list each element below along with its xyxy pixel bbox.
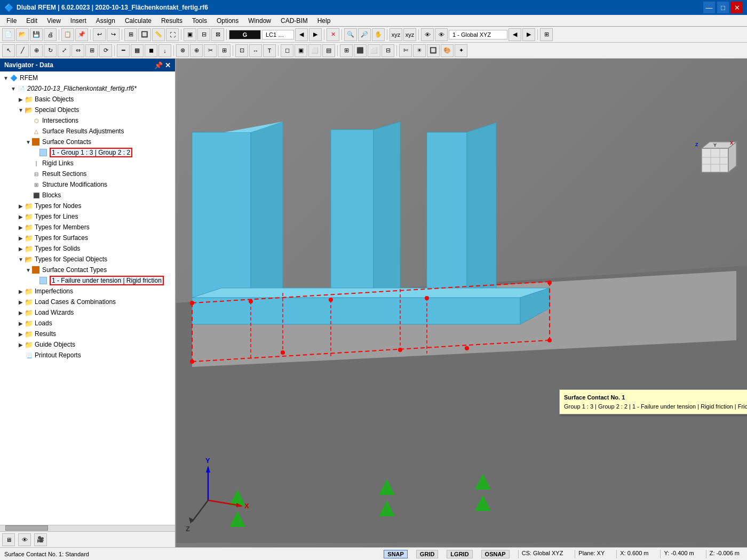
tb2-mirror[interactable]: ⇔ (71, 44, 84, 57)
maximize-button[interactable]: □ (717, 2, 729, 13)
tb-open[interactable]: 📂 (16, 28, 29, 41)
tb2-pointer[interactable]: ↖ (2, 44, 15, 57)
menu-insert[interactable]: Insert (66, 16, 91, 26)
tb2-trim[interactable]: ✂ (204, 44, 217, 57)
snap-button[interactable]: SNAP (384, 550, 408, 558)
tb2-node[interactable]: ⊕ (30, 44, 43, 57)
tb2-solid[interactable]: ◼ (145, 44, 157, 57)
menu-edit[interactable]: Edit (22, 16, 42, 26)
tb2-offset[interactable]: ⊞ (218, 44, 231, 57)
tb2-wire[interactable]: ⊞ (340, 44, 353, 57)
grid-button[interactable]: GRID (416, 550, 439, 558)
nav-icon2[interactable]: 👁 (18, 533, 31, 546)
tb2-view-top[interactable]: ▣ (295, 44, 307, 57)
tb-eye2[interactable]: 👁 (435, 28, 448, 41)
tb-undo[interactable]: ↩ (93, 28, 106, 41)
tree-types-nodes[interactable]: ▶ 📁 Types for Nodes (0, 201, 175, 211)
tb2-line[interactable]: ╱ (16, 44, 29, 57)
tree-surface-contacts[interactable]: ▼ Surface Contacts (0, 137, 175, 147)
tree-result-sections[interactable]: ▶ ⊟ Result Sections (0, 169, 175, 179)
tb2-fx[interactable]: ✦ (455, 44, 467, 57)
tb2-extrude[interactable]: ⟳ (99, 44, 112, 57)
tb2-section[interactable]: ⊟ (382, 44, 394, 57)
tb-copy[interactable]: 📋 (61, 28, 74, 41)
nav-scrollbar-horizontal[interactable] (0, 525, 175, 531)
tb2-render[interactable]: ⬜ (368, 44, 380, 57)
menu-view[interactable]: View (43, 16, 65, 26)
menu-options[interactable]: Options (212, 16, 243, 26)
tree-structure-mod[interactable]: ▶ ⊞ Structure Modifications (0, 179, 175, 190)
nav-icon3[interactable]: 🎥 (34, 533, 47, 546)
tree-types-surfaces[interactable]: ▶ 📁 Types for Surfaces (0, 233, 175, 243)
tree-rfem-root[interactable]: ▼ 🔷 RFEM (0, 73, 175, 83)
tb2-rotate[interactable]: ↻ (44, 44, 57, 57)
osnap-button[interactable]: OSNAP (481, 550, 510, 558)
tb2-intersect[interactable]: ⊗ (176, 44, 189, 57)
menu-results[interactable]: Results (157, 16, 187, 26)
tb-save[interactable]: 💾 (30, 28, 43, 41)
tb-display[interactable]: ⊞ (540, 28, 553, 41)
tree-blocks[interactable]: ▶ ⬛ Blocks (0, 190, 175, 201)
tree-results[interactable]: ▶ 📁 Results (0, 329, 175, 339)
tb2-load[interactable]: ↓ (158, 44, 171, 57)
tree-surface-contact-1[interactable]: ▶ 1 - Group 1 : 3 | Group 2 : 2 (0, 147, 175, 158)
menu-file[interactable]: File (2, 16, 21, 26)
nav-close-button[interactable]: ✕ (165, 62, 171, 69)
nav-scrollbar-thumb[interactable] (5, 525, 48, 531)
tb-pan[interactable]: ✋ (372, 28, 385, 41)
tb2-surface[interactable]: ▦ (131, 44, 144, 57)
tb-coord-next[interactable]: ▶ (522, 28, 535, 41)
tree-sct-1[interactable]: ▶ 1 - Failure under tension | Rigid fric… (0, 275, 175, 286)
menu-help[interactable]: Help (313, 16, 335, 26)
tb2-dim[interactable]: ↔ (249, 44, 262, 57)
tb2-constraint[interactable]: ⊡ (235, 44, 248, 57)
tb-grid[interactable]: ⊞ (124, 28, 137, 41)
tree-surface-results-adj[interactable]: ▶ △ Surface Results Adjustments (0, 126, 175, 137)
tb2-color[interactable]: 🎨 (441, 44, 454, 57)
tb-view3[interactable]: ⊠ (211, 28, 224, 41)
nav-pin-button[interactable]: 📌 (154, 62, 163, 69)
tb2-view-iso[interactable]: ▤ (322, 44, 335, 57)
tb-eye1[interactable]: 👁 (421, 28, 434, 41)
tb-view1[interactable]: ▣ (184, 28, 196, 41)
tb-zoom-fit[interactable]: ⛶ (166, 28, 179, 41)
lgrid-button[interactable]: LGRID (447, 550, 472, 558)
tree-special-objects[interactable]: ▼ 📂 Special Objects (0, 105, 175, 115)
menu-tools[interactable]: Tools (188, 16, 211, 26)
tree-types-solids[interactable]: ▶ 📁 Types for Solids (0, 243, 175, 254)
minimize-button[interactable]: — (703, 2, 715, 13)
tb-prev[interactable]: ◀ (295, 28, 308, 41)
tree-file[interactable]: ▼ 📄 2020-10-13_Flächenkontakt_fertig.rf6… (0, 83, 175, 94)
tree-types-members[interactable]: ▶ 📁 Types for Members (0, 222, 175, 233)
tb-stop[interactable]: ✕ (327, 28, 339, 41)
tb2-light[interactable]: ☀ (413, 44, 426, 57)
tree-types-special[interactable]: ▼ 📂 Types for Special Objects (0, 254, 175, 265)
tb-xyz1[interactable]: xyz (390, 28, 402, 41)
tb-coord-prev[interactable]: ◀ (508, 28, 521, 41)
tb-paste[interactable]: 📌 (75, 28, 88, 41)
tb-zoom-out[interactable]: 🔎 (358, 28, 371, 41)
tb2-clipping[interactable]: ✄ (399, 44, 412, 57)
tb2-member[interactable]: ━ (117, 44, 130, 57)
tb2-mat[interactable]: 🔲 (427, 44, 440, 57)
tree-load-cases[interactable]: ▶ 📁 Load Cases & Combinations (0, 297, 175, 307)
tb-print[interactable]: 🖨 (44, 28, 57, 41)
tb2-boolean[interactable]: ⊕ (190, 44, 203, 57)
menu-cad-bim[interactable]: CAD-BIM (276, 16, 312, 26)
menu-window[interactable]: Window (244, 16, 275, 26)
tree-load-wizards[interactable]: ▶ 📁 Load Wizards (0, 307, 175, 318)
tb2-move[interactable]: ⤢ (58, 44, 70, 57)
tb-next[interactable]: ▶ (309, 28, 322, 41)
tb2-scale[interactable]: ⊞ (85, 44, 98, 57)
menu-assign[interactable]: Assign (92, 16, 120, 26)
tree-loads[interactable]: ▶ 📁 Loads (0, 318, 175, 329)
tb2-view-front[interactable]: ◻ (281, 44, 293, 57)
tree-basic-objects[interactable]: ▶ 📁 Basic Objects (0, 94, 175, 105)
tb2-text[interactable]: T (263, 44, 276, 57)
tree-printout-reports[interactable]: ▶ 📃 Printout Reports (0, 350, 175, 361)
tb-snap[interactable]: 🔲 (138, 28, 151, 41)
tb-redo[interactable]: ↪ (107, 28, 120, 41)
menu-calculate[interactable]: Calculate (121, 16, 156, 26)
tree-imperfections[interactable]: ▶ 📁 Imperfections (0, 286, 175, 297)
tree-surface-contact-types[interactable]: ▼ Surface Contact Types (0, 265, 175, 275)
